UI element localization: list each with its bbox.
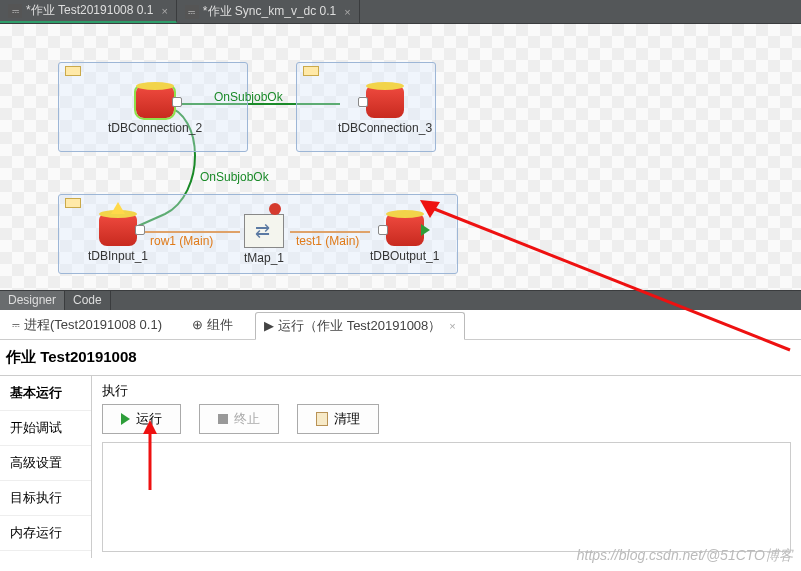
- link-label: test1 (Main): [296, 234, 359, 248]
- tmap-icon: ⇄: [255, 220, 270, 242]
- link-label: OnSubjobOk: [200, 170, 269, 184]
- tab-label: 进程(Test20191008 0.1): [24, 316, 162, 334]
- link-label: OnSubjobOk: [214, 90, 283, 104]
- job-title: 作业 Test20191008: [0, 340, 801, 375]
- run-button[interactable]: 运行: [102, 404, 181, 434]
- editor-tab-2[interactable]: ⎓ *作业 Sync_km_v_dc 0.1 ×: [177, 0, 360, 23]
- tab-process[interactable]: ⎓ 进程(Test20191008 0.1): [4, 312, 170, 338]
- component-tdbconnection2[interactable]: tDBConnection_2: [108, 86, 202, 135]
- run-panel: 基本运行 开始调试 高级设置 目标执行 内存运行 执行 运行 终止 清理: [0, 375, 801, 558]
- exec-label: 执行: [102, 382, 791, 400]
- close-icon[interactable]: ×: [449, 320, 455, 332]
- output-arrow-icon: [421, 224, 430, 236]
- tab-label: *作业 Sync_km_v_dc 0.1: [203, 3, 336, 20]
- tab-label: 运行（作业 Test20191008）: [278, 317, 441, 335]
- job-icon: ⎓: [185, 5, 199, 19]
- button-label: 清理: [334, 410, 360, 428]
- component-tmap1[interactable]: ⇄ tMap_1: [244, 214, 284, 265]
- clean-icon: [316, 412, 328, 426]
- button-label: 运行: [136, 410, 162, 428]
- minimize-icon[interactable]: [65, 66, 81, 76]
- bottom-tab-bar: ⎓ 进程(Test20191008 0.1) ⊕ 组件 ▶ 运行（作业 Test…: [0, 310, 801, 340]
- run-icon: ▶: [264, 318, 274, 333]
- editor-tab-1[interactable]: ⎓ *作业 Test20191008 0.1 ×: [0, 0, 177, 23]
- sidebar-item-adv-settings[interactable]: 高级设置: [0, 446, 91, 481]
- sidebar-item-basic-run[interactable]: 基本运行: [0, 376, 91, 411]
- component-tdbconnection3[interactable]: tDBConnection_3: [338, 86, 432, 135]
- button-label: 终止: [234, 410, 260, 428]
- sidebar-item-mem-run[interactable]: 内存运行: [0, 516, 91, 551]
- close-icon[interactable]: ×: [161, 5, 167, 17]
- console-output[interactable]: [102, 442, 791, 552]
- exec-panel: 执行 运行 终止 清理: [92, 376, 801, 558]
- component-label: tDBInput_1: [88, 249, 148, 263]
- clean-button[interactable]: 清理: [297, 404, 379, 434]
- job-icon: ⎓: [12, 317, 20, 332]
- tab-code[interactable]: Code: [65, 291, 111, 310]
- stop-button[interactable]: 终止: [199, 404, 279, 434]
- component-label: tDBConnection_3: [338, 121, 432, 135]
- job-icon: ⎓: [8, 4, 22, 18]
- run-sidebar: 基本运行 开始调试 高级设置 目标执行 内存运行: [0, 376, 92, 558]
- component-label: tMap_1: [244, 251, 284, 265]
- play-icon: [121, 413, 130, 425]
- close-icon[interactable]: ×: [344, 6, 350, 18]
- exec-button-row: 运行 终止 清理: [102, 404, 791, 434]
- tab-component[interactable]: ⊕ 组件: [184, 312, 241, 338]
- component-label: tDBConnection_2: [108, 121, 202, 135]
- stop-icon: [218, 414, 228, 424]
- component-tdbinput1[interactable]: tDBInput_1: [88, 214, 148, 263]
- sidebar-item-start-debug[interactable]: 开始调试: [0, 411, 91, 446]
- minimize-icon[interactable]: [65, 198, 81, 208]
- component-icon: ⊕: [192, 317, 203, 332]
- link-label: row1 (Main): [150, 234, 213, 248]
- tab-label: *作业 Test20191008 0.1: [26, 2, 153, 19]
- tab-designer[interactable]: Designer: [0, 291, 65, 310]
- minimize-icon[interactable]: [303, 66, 319, 76]
- watermark: https://blog.csdn.net/@51CTO博客: [577, 547, 793, 565]
- design-canvas[interactable]: tDBConnection_2 tDBConnection_3 tDBInput…: [0, 24, 801, 290]
- sidebar-item-target-exec[interactable]: 目标执行: [0, 481, 91, 516]
- error-icon: [269, 203, 281, 215]
- view-mode-bar: Designer Code: [0, 290, 801, 310]
- component-tdboutput1[interactable]: tDBOutput_1: [370, 214, 439, 263]
- component-label: tDBOutput_1: [370, 249, 439, 263]
- editor-tab-bar: ⎓ *作业 Test20191008 0.1 × ⎓ *作业 Sync_km_v…: [0, 0, 801, 24]
- tab-run[interactable]: ▶ 运行（作业 Test20191008） ×: [255, 312, 465, 340]
- tab-label: 组件: [207, 316, 233, 334]
